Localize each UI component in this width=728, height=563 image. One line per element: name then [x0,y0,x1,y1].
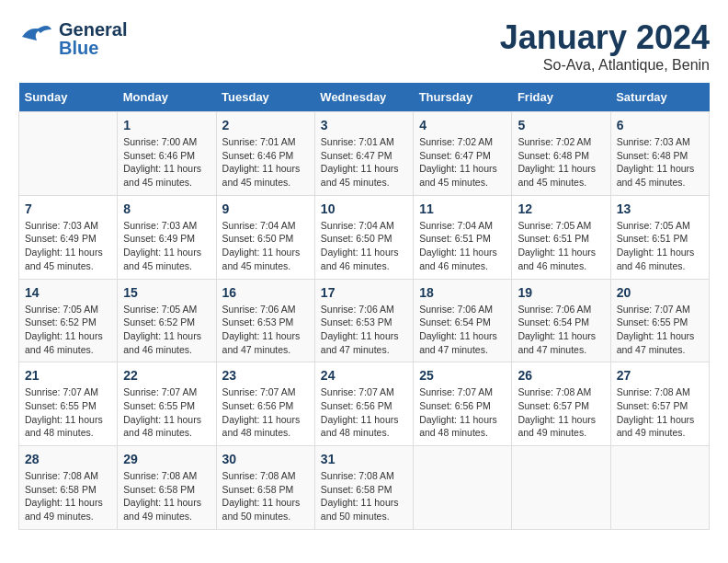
day-info: Sunrise: 7:04 AM Sunset: 6:51 PM Dayligh… [419,219,506,273]
day-number: 23 [222,368,309,383]
day-info: Sunrise: 7:01 AM Sunset: 6:46 PM Dayligh… [222,135,309,190]
calendar-cell: 30Sunrise: 7:08 AM Sunset: 6:58 PM Dayli… [216,446,314,530]
logo-text: General Blue [59,20,127,57]
calendar-body: 1Sunrise: 7:00 AM Sunset: 6:46 PM Daylig… [19,112,710,530]
calendar-cell: 29Sunrise: 7:08 AM Sunset: 6:58 PM Dayli… [118,446,216,530]
day-info: Sunrise: 7:07 AM Sunset: 6:56 PM Dayligh… [222,385,309,440]
calendar-cell: 20Sunrise: 7:07 AM Sunset: 6:55 PM Dayli… [610,279,709,362]
day-info: Sunrise: 7:04 AM Sunset: 6:50 PM Dayligh… [321,219,407,273]
day-info: Sunrise: 7:03 AM Sunset: 6:49 PM Dayligh… [123,219,210,273]
day-number: 19 [518,285,604,300]
calendar-cell: 17Sunrise: 7:06 AM Sunset: 6:53 PM Dayli… [314,279,413,362]
calendar-cell: 7Sunrise: 7:03 AM Sunset: 6:49 PM Daylig… [19,195,118,279]
day-info: Sunrise: 7:07 AM Sunset: 6:55 PM Dayligh… [25,385,111,440]
day-number: 27 [617,368,703,383]
day-number: 6 [617,118,703,132]
day-info: Sunrise: 7:08 AM Sunset: 6:58 PM Dayligh… [321,469,407,523]
day-number: 2 [222,118,309,132]
calendar-cell: 6Sunrise: 7:03 AM Sunset: 6:48 PM Daylig… [610,112,709,196]
logo: General Blue [18,18,127,59]
calendar-week-5: 28Sunrise: 7:08 AM Sunset: 6:58 PM Dayli… [19,446,710,530]
day-number: 24 [321,368,407,383]
calendar-week-2: 7Sunrise: 7:03 AM Sunset: 6:49 PM Daylig… [19,195,710,279]
calendar-cell: 2Sunrise: 7:01 AM Sunset: 6:46 PM Daylig… [216,112,314,196]
calendar-cell: 10Sunrise: 7:04 AM Sunset: 6:50 PM Dayli… [314,195,413,279]
day-number: 31 [321,452,407,466]
col-friday: Friday [512,83,610,112]
day-number: 20 [617,285,703,300]
col-saturday: Saturday [610,83,709,112]
day-info: Sunrise: 7:05 AM Sunset: 6:52 PM Dayligh… [123,303,210,357]
day-info: Sunrise: 7:06 AM Sunset: 6:53 PM Dayligh… [321,303,407,357]
calendar-cell: 18Sunrise: 7:06 AM Sunset: 6:54 PM Dayli… [414,279,512,362]
calendar-cell [512,446,610,530]
day-info: Sunrise: 7:00 AM Sunset: 6:46 PM Dayligh… [123,135,210,190]
day-number: 3 [321,118,407,132]
day-info: Sunrise: 7:03 AM Sunset: 6:48 PM Dayligh… [617,135,703,190]
day-number: 4 [419,118,506,132]
day-info: Sunrise: 7:06 AM Sunset: 6:54 PM Dayligh… [419,303,506,357]
day-number: 16 [222,285,309,300]
day-info: Sunrise: 7:07 AM Sunset: 6:56 PM Dayligh… [419,385,506,440]
day-info: Sunrise: 7:04 AM Sunset: 6:50 PM Dayligh… [222,219,309,273]
calendar-cell: 13Sunrise: 7:05 AM Sunset: 6:51 PM Dayli… [610,195,709,279]
day-info: Sunrise: 7:02 AM Sunset: 6:47 PM Dayligh… [419,135,506,190]
calendar-cell [19,112,118,196]
day-info: Sunrise: 7:02 AM Sunset: 6:48 PM Dayligh… [518,135,604,190]
day-info: Sunrise: 7:06 AM Sunset: 6:54 PM Dayligh… [518,303,604,357]
day-info: Sunrise: 7:03 AM Sunset: 6:49 PM Dayligh… [25,219,111,273]
calendar-cell: 4Sunrise: 7:02 AM Sunset: 6:47 PM Daylig… [414,112,512,196]
day-number: 12 [518,201,604,216]
calendar-cell: 15Sunrise: 7:05 AM Sunset: 6:52 PM Dayli… [118,279,216,362]
title-area: January 2024 So-Ava, Atlantique, Benin [500,18,710,74]
calendar-cell: 5Sunrise: 7:02 AM Sunset: 6:48 PM Daylig… [512,112,610,196]
col-tuesday: Tuesday [216,83,314,112]
calendar-cell: 12Sunrise: 7:05 AM Sunset: 6:51 PM Dayli… [512,195,610,279]
day-info: Sunrise: 7:08 AM Sunset: 6:57 PM Dayligh… [617,385,703,440]
day-number: 21 [25,368,111,383]
col-monday: Monday [118,83,216,112]
page-header: General Blue January 2024 So-Ava, Atlant… [18,18,710,74]
month-title: January 2024 [500,18,710,57]
calendar-cell: 1Sunrise: 7:00 AM Sunset: 6:46 PM Daylig… [118,112,216,196]
calendar-cell: 25Sunrise: 7:07 AM Sunset: 6:56 PM Dayli… [414,362,512,446]
day-info: Sunrise: 7:08 AM Sunset: 6:57 PM Dayligh… [518,385,604,440]
day-info: Sunrise: 7:07 AM Sunset: 6:55 PM Dayligh… [617,303,703,357]
calendar-cell: 21Sunrise: 7:07 AM Sunset: 6:55 PM Dayli… [19,362,118,446]
day-info: Sunrise: 7:05 AM Sunset: 6:51 PM Dayligh… [518,219,604,273]
calendar-cell: 19Sunrise: 7:06 AM Sunset: 6:54 PM Dayli… [512,279,610,362]
day-number: 29 [123,452,210,466]
calendar-cell [610,446,709,530]
calendar-cell: 28Sunrise: 7:08 AM Sunset: 6:58 PM Dayli… [19,446,118,530]
day-info: Sunrise: 7:01 AM Sunset: 6:47 PM Dayligh… [321,135,407,190]
day-number: 22 [123,368,210,383]
calendar-cell: 23Sunrise: 7:07 AM Sunset: 6:56 PM Dayli… [216,362,314,446]
day-number: 14 [25,285,111,300]
col-thursday: Thursday [414,83,512,112]
day-number: 5 [518,118,604,132]
calendar-cell: 8Sunrise: 7:03 AM Sunset: 6:49 PM Daylig… [118,195,216,279]
day-number: 18 [419,285,506,300]
calendar-cell: 26Sunrise: 7:08 AM Sunset: 6:57 PM Dayli… [512,362,610,446]
day-number: 30 [222,452,309,466]
day-info: Sunrise: 7:05 AM Sunset: 6:52 PM Dayligh… [25,303,111,357]
col-wednesday: Wednesday [314,83,413,112]
calendar-cell: 3Sunrise: 7:01 AM Sunset: 6:47 PM Daylig… [314,112,413,196]
day-number: 9 [222,201,309,216]
day-info: Sunrise: 7:05 AM Sunset: 6:51 PM Dayligh… [617,219,703,273]
day-number: 17 [321,285,407,300]
calendar-cell: 31Sunrise: 7:08 AM Sunset: 6:58 PM Dayli… [314,446,413,530]
calendar-cell: 14Sunrise: 7:05 AM Sunset: 6:52 PM Dayli… [19,279,118,362]
day-number: 10 [321,201,407,216]
calendar-week-3: 14Sunrise: 7:05 AM Sunset: 6:52 PM Dayli… [19,279,710,362]
day-number: 8 [123,201,210,216]
day-number: 25 [419,368,506,383]
calendar-cell: 27Sunrise: 7:08 AM Sunset: 6:57 PM Dayli… [610,362,709,446]
calendar-cell: 22Sunrise: 7:07 AM Sunset: 6:55 PM Dayli… [118,362,216,446]
calendar-table: Sunday Monday Tuesday Wednesday Thursday… [18,83,710,530]
calendar-header: Sunday Monday Tuesday Wednesday Thursday… [19,83,710,112]
day-number: 28 [25,452,111,466]
calendar-cell: 9Sunrise: 7:04 AM Sunset: 6:50 PM Daylig… [216,195,314,279]
calendar-cell: 24Sunrise: 7:07 AM Sunset: 6:56 PM Dayli… [314,362,413,446]
calendar-cell: 11Sunrise: 7:04 AM Sunset: 6:51 PM Dayli… [414,195,512,279]
